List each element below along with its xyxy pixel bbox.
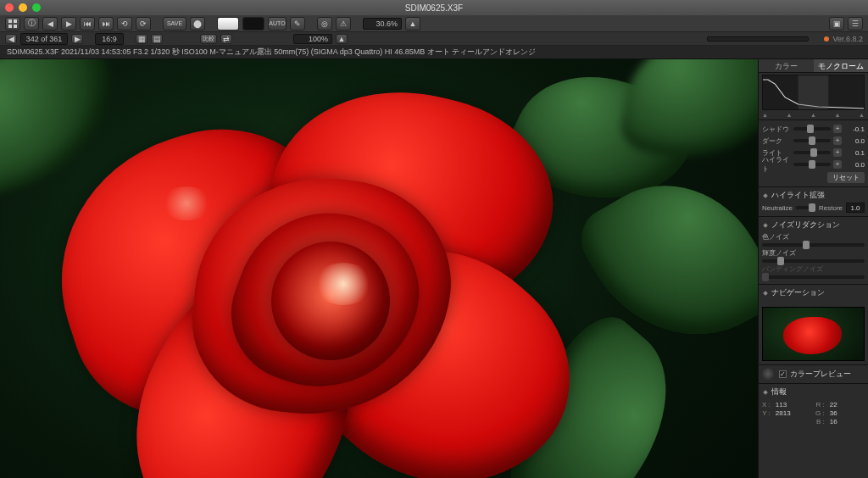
panel-toggle-button[interactable]: ▣ bbox=[829, 17, 844, 31]
info-button[interactable]: ⓘ bbox=[24, 17, 39, 31]
svg-rect-0 bbox=[8, 19, 12, 23]
next-nav-button[interactable]: ▶ bbox=[61, 17, 76, 31]
tab-monochrome[interactable]: モノクローム bbox=[814, 59, 869, 73]
rotate-ccw-button[interactable]: ⟲ bbox=[117, 17, 132, 31]
highlight-tone-slider[interactable] bbox=[793, 163, 831, 166]
luma-noise-row: 輝度ノイズ bbox=[762, 248, 865, 263]
link-button[interactable]: ⇄ bbox=[220, 34, 232, 44]
aspect-value: 16:9 bbox=[102, 35, 117, 43]
svg-rect-4 bbox=[798, 75, 829, 109]
side-panel: カラー モノクローム ▲▲▲▲▲ シャドウ + -0.1 ダーク + 0.0 bbox=[758, 59, 868, 478]
chroma-noise-label: 色ノイズ bbox=[762, 232, 865, 242]
navigation-title: ナビゲーション bbox=[762, 287, 865, 298]
banding-noise-slider bbox=[762, 275, 865, 279]
noise-title: ノイズリダクション bbox=[762, 220, 865, 231]
color-mode-tabs: カラー モノクローム bbox=[759, 59, 868, 73]
wb-white-button[interactable] bbox=[217, 17, 239, 31]
main-body: カラー モノクローム ▲▲▲▲▲ シャドウ + -0.1 ダーク + 0.0 bbox=[0, 59, 868, 478]
dark-label: ダーク bbox=[762, 136, 791, 146]
dark-slider[interactable] bbox=[793, 139, 831, 142]
info-section: 情報 X :113 R :22 Y :2813 G :36 B :16 bbox=[759, 383, 868, 431]
banding-noise-label: バンディングノイズ bbox=[762, 264, 865, 274]
image-info-line: SDIM0625.X3F 2021/11/03 14:53:05 F3.2 1/… bbox=[0, 46, 868, 59]
image-viewer[interactable] bbox=[0, 59, 758, 478]
window-title: SDIM0625.X3F bbox=[0, 3, 868, 13]
close-window-button[interactable] bbox=[5, 3, 14, 12]
hl-expand-value: 1.0 bbox=[846, 203, 865, 213]
zoom-secondary-field[interactable]: 100% bbox=[293, 34, 332, 44]
mode-b-button[interactable]: ▤ bbox=[151, 34, 163, 44]
tone-reset-button[interactable]: リセット bbox=[827, 172, 865, 183]
secondary-toolbar: ◀ 342 of 361 ▶ 16:9 ▦ ▤ 比較 ⇄ 100% ▲ Ver.… bbox=[0, 32, 868, 46]
prev-image-button[interactable]: ◀ bbox=[5, 34, 17, 44]
shadow-value: -0.1 bbox=[844, 125, 865, 133]
highlight-expand-title: ハイライト拡張 bbox=[762, 190, 865, 201]
rotate-cw-button[interactable]: ⟳ bbox=[136, 17, 151, 31]
tab-color[interactable]: カラー bbox=[759, 59, 814, 73]
highlight-tone-label: ハイライト bbox=[762, 155, 791, 174]
minimize-window-button[interactable] bbox=[19, 3, 27, 12]
prev-nav-button[interactable]: ◀ bbox=[42, 17, 58, 31]
shadow-label: シャドウ bbox=[762, 125, 791, 134]
mode-a-button[interactable]: ▦ bbox=[136, 34, 147, 44]
color-preview-checkbox[interactable]: ✓カラープレビュー bbox=[779, 367, 851, 381]
save-button[interactable]: SAVE bbox=[163, 17, 186, 31]
compare-button[interactable]: 比較 bbox=[200, 34, 217, 44]
wb-black-button[interactable] bbox=[242, 17, 264, 31]
shadow-slider[interactable] bbox=[793, 127, 831, 131]
neutralize-label: Neutralize bbox=[762, 204, 793, 212]
restore-label: Restore bbox=[819, 204, 843, 212]
highlight-tone-value: 0.0 bbox=[844, 161, 865, 169]
highlight-slider-row: ハイライト + 0.0 bbox=[762, 158, 865, 170]
dark-step-button[interactable]: + bbox=[833, 136, 842, 145]
light-step-button[interactable]: + bbox=[833, 148, 842, 157]
window-controls bbox=[5, 3, 41, 12]
next-image-button[interactable]: ▶ bbox=[71, 34, 83, 44]
navigation-section: ナビゲーション bbox=[759, 284, 868, 303]
last-button[interactable]: ⏭ bbox=[98, 17, 114, 31]
info-readout: X :113 R :22 Y :2813 G :36 B :16 bbox=[762, 399, 865, 427]
hl-expand-slider[interactable] bbox=[809, 203, 815, 212]
zoom-secondary-value: 100% bbox=[309, 35, 328, 43]
image-counter-field[interactable]: 342 of 361 bbox=[20, 33, 68, 45]
light-slider[interactable] bbox=[793, 151, 831, 154]
warning-dot-icon bbox=[762, 368, 774, 380]
dark-slider-row: ダーク + 0.0 bbox=[762, 135, 865, 147]
main-toolbar: ⓘ ◀ ▶ ⏮ ⏭ ⟲ ⟳ SAVE ⬤ AUTO ✎ ◎ ⚠ 30.6% ▲ … bbox=[0, 15, 868, 32]
info-title: 情報 bbox=[762, 386, 865, 397]
window-titlebar: SDIM0625.X3F bbox=[0, 0, 868, 15]
navigator-thumbnail[interactable] bbox=[762, 307, 865, 361]
navigator-mini-bar bbox=[707, 36, 809, 42]
color-preview-label: カラープレビュー bbox=[790, 369, 851, 380]
histogram bbox=[762, 75, 865, 110]
luma-noise-slider[interactable] bbox=[762, 259, 865, 263]
preview-section: ✓カラープレビュー bbox=[759, 364, 868, 383]
image-canvas bbox=[0, 59, 758, 478]
light-value: 0.1 bbox=[844, 149, 865, 157]
zoom-sec-up-button[interactable]: ▲ bbox=[336, 34, 348, 44]
highlight-expand-section: ハイライト拡張 Neutralize Restore 1.0 bbox=[759, 186, 868, 216]
zoom-primary-field[interactable]: 30.6% bbox=[363, 18, 402, 30]
first-button[interactable]: ⏮ bbox=[80, 17, 95, 31]
chroma-noise-slider[interactable] bbox=[762, 243, 865, 247]
svg-rect-2 bbox=[8, 25, 12, 28]
zoom-up-button[interactable]: ▲ bbox=[405, 17, 420, 31]
zoom-primary-value: 30.6% bbox=[376, 19, 398, 28]
version-label: Ver.6.8.2 bbox=[824, 35, 863, 43]
histogram-handles[interactable]: ▲▲▲▲▲ bbox=[759, 112, 868, 118]
svg-rect-3 bbox=[14, 25, 17, 28]
loupe-button[interactable]: ◎ bbox=[317, 17, 332, 31]
maximize-window-button[interactable] bbox=[32, 3, 41, 12]
noise-section: ノイズリダクション 色ノイズ 輝度ノイズ バンディングノイズ bbox=[759, 216, 868, 284]
shadow-step-button[interactable]: + bbox=[833, 125, 842, 133]
tag-button[interactable]: ⬤ bbox=[190, 17, 205, 31]
settings-button[interactable]: ☰ bbox=[848, 17, 863, 31]
highlight-step-button[interactable]: + bbox=[833, 160, 842, 169]
tone-section: シャドウ + -0.1 ダーク + 0.0 ライト + 0.1 ハイライト + bbox=[759, 119, 868, 186]
thumbnail-grid-button[interactable] bbox=[5, 17, 20, 31]
auto-button[interactable]: AUTO bbox=[268, 17, 287, 31]
warning-button[interactable]: ⚠ bbox=[336, 17, 351, 31]
image-counter-value: 342 of 361 bbox=[26, 35, 63, 43]
eyedropper-button[interactable]: ✎ bbox=[290, 17, 305, 31]
aspect-field[interactable]: 16:9 bbox=[95, 33, 124, 45]
